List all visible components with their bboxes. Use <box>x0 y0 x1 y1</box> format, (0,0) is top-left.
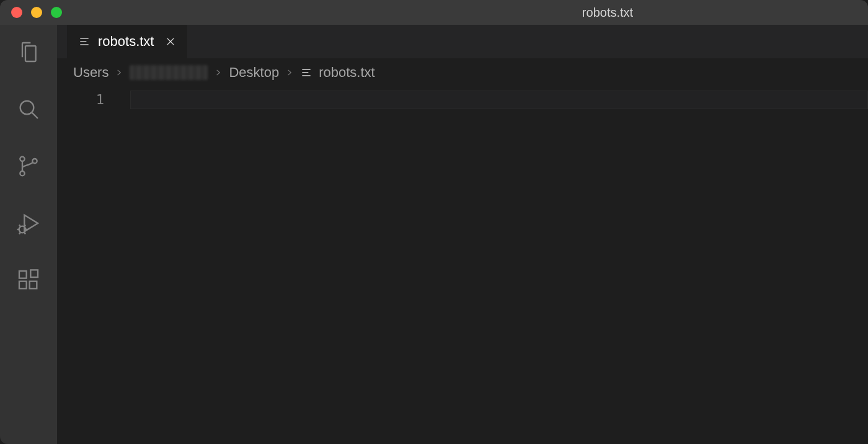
tab-label: robots.txt <box>98 33 154 50</box>
tabs-bar: robots.txt <box>57 25 868 58</box>
line-number: 1 <box>57 91 104 109</box>
svg-point-3 <box>20 171 24 175</box>
window-controls <box>0 7 62 18</box>
source-control-icon[interactable] <box>14 151 43 181</box>
chevron-right-icon <box>214 68 223 77</box>
svg-point-0 <box>20 101 34 115</box>
svg-rect-14 <box>19 282 27 289</box>
breadcrumb-item[interactable]: Users <box>73 64 108 81</box>
breadcrumbs: Users Desktop robots.txt <box>57 58 868 88</box>
svg-line-12 <box>24 233 25 234</box>
svg-point-4 <box>32 159 37 163</box>
vscode-window: robots.txt <box>0 0 868 444</box>
window-minimize-button[interactable] <box>31 7 42 18</box>
breadcrumb-item-redacted[interactable] <box>130 65 208 80</box>
svg-rect-13 <box>19 271 27 278</box>
svg-line-1 <box>32 113 38 118</box>
close-tab-button[interactable] <box>165 36 176 47</box>
current-line-highlight <box>130 91 868 109</box>
tab-robots-txt[interactable]: robots.txt <box>67 25 187 58</box>
extensions-icon[interactable] <box>14 265 43 295</box>
svg-rect-16 <box>30 270 38 277</box>
chevron-right-icon <box>285 68 294 77</box>
code-area[interactable] <box>130 88 868 444</box>
editor-group: robots.txt Users Desktop robots.txt <box>57 25 868 444</box>
svg-line-11 <box>19 233 20 234</box>
run-debug-icon[interactable] <box>14 208 43 238</box>
text-file-icon <box>78 35 91 48</box>
svg-point-2 <box>20 157 24 161</box>
breadcrumb-item[interactable]: Desktop <box>229 64 279 81</box>
svg-line-10 <box>24 225 25 227</box>
window-maximize-button[interactable] <box>51 7 62 18</box>
text-file-icon <box>300 66 312 79</box>
svg-line-9 <box>19 225 20 227</box>
window-close-button[interactable] <box>11 7 22 18</box>
line-number-gutter: 1 <box>57 88 130 444</box>
search-icon[interactable] <box>14 94 43 124</box>
titlebar: robots.txt <box>0 0 868 25</box>
code-editor[interactable]: 1 <box>57 88 868 444</box>
breadcrumb-item[interactable]: robots.txt <box>319 64 374 81</box>
explorer-icon[interactable] <box>14 37 43 67</box>
chevron-right-icon <box>115 68 123 77</box>
window-title: robots.txt <box>582 6 633 20</box>
activity-bar <box>0 25 57 444</box>
svg-rect-15 <box>30 282 37 289</box>
